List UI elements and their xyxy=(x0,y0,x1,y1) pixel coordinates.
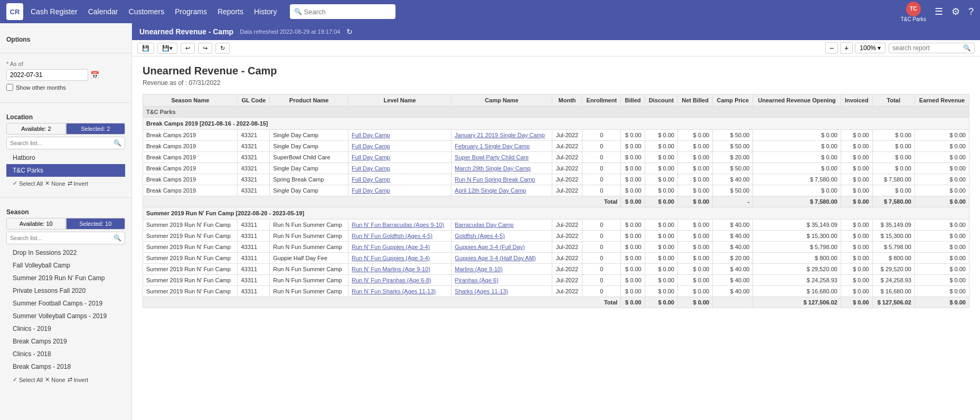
col-net-billed: Net Billed xyxy=(677,94,712,107)
table-row: Summer 2019 Run N' Fun Camp 43311 Run N … xyxy=(143,275,969,286)
report-table: Season Name GL Code Product Name Level N… xyxy=(143,94,969,308)
cell-product: Single Day Camp xyxy=(270,141,348,152)
table-row: Summer 2019 Run N' Fun Camp 43311 Run N … xyxy=(143,286,969,297)
col-product-name: Product Name xyxy=(270,94,348,107)
table-row: Break Camps 2019 43321 Single Day Camp F… xyxy=(143,130,969,141)
table-row: Summer 2019 Run N' Fun Camp 43311 Guppie… xyxy=(143,253,969,264)
as-of-input[interactable] xyxy=(6,69,88,81)
cell-season: Break Camps 2019 xyxy=(143,141,238,152)
cell-product: Single Day Camp xyxy=(270,130,348,141)
zoom-level-display[interactable]: 100% ▾ xyxy=(855,43,885,53)
summer-2019-header-label: Summer 2019 Run N' Fun Camp [2022-08-20 … xyxy=(143,207,969,219)
table-row: Break Camps 2019 43321 SuperBowl Child C… xyxy=(143,152,969,163)
season-header: Season xyxy=(6,208,125,216)
season-item-1[interactable]: Fall Volleyball Camp xyxy=(6,259,125,272)
check-icon-season: ✓ xyxy=(13,376,17,383)
nav-history[interactable]: History xyxy=(254,7,277,16)
help-icon[interactable]: ? xyxy=(968,6,974,17)
cell-camp: February 1 Single Day Camp xyxy=(451,141,552,152)
season-selected-btn[interactable]: Selected: 10 xyxy=(66,218,126,230)
save-dropdown-btn[interactable]: 💾▾ xyxy=(157,43,177,54)
refresh-icon[interactable]: ↻ xyxy=(346,27,353,36)
list-icon[interactable]: ☰ xyxy=(935,6,943,17)
season-item-8[interactable]: Clinics - 2018 xyxy=(6,348,125,360)
user-label: T&C Parks xyxy=(901,16,926,22)
location-select-all-btn[interactable]: ✓ Select All xyxy=(13,180,43,187)
season-item-5[interactable]: Summer Volleyball Camps - 2019 xyxy=(6,310,125,322)
cell-gl: 43321 xyxy=(238,141,270,152)
season-invert-btn[interactable]: ⇄ Invert xyxy=(68,376,89,383)
options-header: Options xyxy=(6,36,125,43)
refresh-info: Data refreshed 2022-08-29 at 19:17:04 xyxy=(240,28,340,35)
report-search-icon[interactable]: 🔍 xyxy=(963,44,971,52)
zoom-out-btn[interactable]: − xyxy=(825,42,838,54)
col-camp-name: Camp Name xyxy=(451,94,552,107)
location-invert-btn[interactable]: ⇄ Invert xyxy=(68,180,89,187)
location-selected-btn[interactable]: Selected: 2 xyxy=(66,123,126,135)
season-available-btn[interactable]: Available: 10 xyxy=(6,218,66,230)
cell-total: $ 0.00 xyxy=(872,130,915,141)
main-content: Unearned Revenue - Camp Data refreshed 2… xyxy=(132,23,980,420)
sidebar: Options * As of 📅 Show other months Loca… xyxy=(0,23,132,420)
refresh-btn-icon: ↻ xyxy=(220,45,225,52)
refresh-btn[interactable]: ↻ xyxy=(215,43,230,54)
col-invoiced: Invoiced xyxy=(841,94,872,107)
save-btn[interactable]: 💾 xyxy=(137,43,154,54)
location-available-btn[interactable]: Available: 2 xyxy=(6,123,66,135)
table-row: Break Camps 2019 43321 Single Day Camp F… xyxy=(143,163,969,174)
season-none-btn[interactable]: ✕ None xyxy=(45,376,65,383)
nav-reports[interactable]: Reports xyxy=(218,7,243,16)
table-row: Summer 2019 Run N' Fun Camp 43311 Run N … xyxy=(143,219,969,231)
undo-btn[interactable]: ↩ xyxy=(181,43,195,54)
report-subtitle: Revenue as of : 07/31/2022 xyxy=(143,79,969,87)
nav-programs[interactable]: Programs xyxy=(175,7,207,16)
season-item-4[interactable]: Summer Football Camps - 2019 xyxy=(6,297,125,310)
location-search-input[interactable] xyxy=(7,138,110,148)
cell-level: Full Day Camp xyxy=(348,130,451,141)
season-search-input[interactable] xyxy=(7,233,110,243)
table-row: Break Camps 2019 43321 Single Day Camp F… xyxy=(143,185,969,196)
location-none-btn[interactable]: ✕ None xyxy=(45,180,65,187)
col-month: Month xyxy=(552,94,582,107)
col-gl-code: GL Code xyxy=(238,94,270,107)
location-search-icon[interactable]: 🔍 xyxy=(110,137,125,149)
calendar-icon[interactable]: 📅 xyxy=(90,71,99,79)
cell-enroll: 0 xyxy=(582,141,621,152)
cell-billed: $ 0.00 xyxy=(621,130,645,141)
settings-icon[interactable]: ⚙ xyxy=(951,6,960,17)
season-item-2[interactable]: Summer 2019 Run N' Fun Camp xyxy=(6,272,125,284)
save-dropdown-icon: 💾▾ xyxy=(162,45,173,52)
season-item-7[interactable]: Break Camps 2019 xyxy=(6,335,125,348)
col-unearned-opening: Unearned Revenue Opening xyxy=(753,94,841,107)
season-item-6[interactable]: Clinics - 2019 xyxy=(6,322,125,335)
season-search-icon[interactable]: 🔍 xyxy=(110,232,125,244)
toolbar: 💾 💾▾ ↩ ↪ ↻ − + 100% ▾ xyxy=(132,40,980,56)
nav-cash-register[interactable]: Cash Register xyxy=(31,7,78,16)
global-search[interactable]: 🔍 xyxy=(290,4,395,19)
global-search-input[interactable] xyxy=(304,8,393,16)
app-logo[interactable]: CR xyxy=(6,3,23,20)
location-item-hatboro[interactable]: Hatboro xyxy=(6,151,125,164)
table-row: Summer 2019 Run N' Fun Camp 43311 Run N … xyxy=(143,231,969,242)
break-camps-header-row: Break Camps 2019 [2021-08-16 - 2022-08-1… xyxy=(143,118,969,130)
report-main-title: Unearned Revenue - Camp xyxy=(143,65,969,77)
cell-season: Break Camps 2019 xyxy=(143,130,238,141)
location-item-tc-parks[interactable]: T&C Parks xyxy=(6,164,125,177)
invert-icon-season: ⇄ xyxy=(68,376,72,383)
redo-btn[interactable]: ↪ xyxy=(198,43,212,54)
report-search-input[interactable] xyxy=(892,44,961,52)
nav-customers[interactable]: Customers xyxy=(129,7,165,16)
check-icon: ✓ xyxy=(13,180,17,187)
season-select-all-btn[interactable]: ✓ Select All xyxy=(13,376,43,383)
season-item-9[interactable]: Break Camps - 2018 xyxy=(6,360,125,373)
cell-camp: January 21 2019 Single Day Camp xyxy=(451,130,552,141)
nav-calendar[interactable]: Calendar xyxy=(88,7,118,16)
report-search[interactable]: 🔍 xyxy=(889,43,975,53)
season-item-0[interactable]: Drop In Sessions 2022 xyxy=(6,246,125,259)
nav-right-area: TC T&C Parks ☰ ⚙ ? xyxy=(901,2,974,22)
zoom-in-btn[interactable]: + xyxy=(840,42,853,54)
show-other-months-checkbox[interactable] xyxy=(6,84,13,91)
cell-gl: 43321 xyxy=(238,130,270,141)
season-item-3[interactable]: Private Lessons Fall 2020 xyxy=(6,284,125,297)
user-badge[interactable]: TC T&C Parks xyxy=(901,2,926,22)
